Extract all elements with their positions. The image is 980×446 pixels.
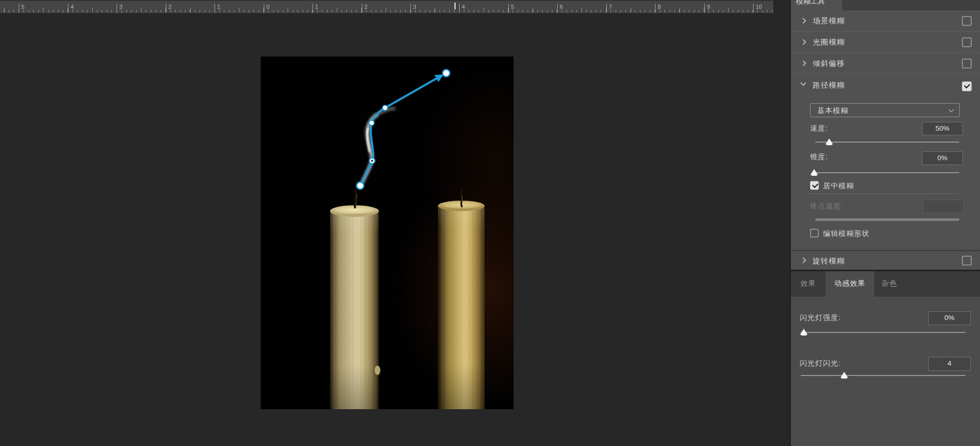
path-blur-end-point[interactable]	[443, 69, 450, 77]
ruler-label: 7	[606, 4, 612, 13]
blur-gallery-workspace: 5 4 3 2 1 0 1 2 3 4 5 6 7 8 9 10	[0, 0, 980, 446]
chevron-down-icon	[949, 107, 954, 113]
blur-preset-value: 基本模糊	[817, 106, 848, 116]
strobe-flashes-label: 闪光灯闪光:	[800, 359, 841, 368]
ruler-label: 6	[557, 4, 563, 13]
tab-blur-tools[interactable]: 模糊工具	[791, 0, 842, 10]
ruler-label: 3	[117, 4, 122, 13]
tab-effects[interactable]: 效果	[791, 271, 826, 297]
path-blur-checkbox[interactable]	[962, 81, 972, 91]
divider	[809, 193, 959, 194]
motion-effects-panel: 闪光灯强度: 0% 闪光灯闪光: 4	[791, 297, 980, 446]
row-field-blur[interactable]: 场景模糊	[791, 10, 980, 32]
edit-blur-shapes-label: 编辑模糊形状	[823, 229, 870, 239]
end-point-speed-label: 终点速度:	[810, 202, 844, 211]
path-blur-curve-point[interactable]	[369, 120, 374, 126]
ruler-label: 10	[753, 4, 762, 13]
chevron-right-icon[interactable]	[800, 60, 806, 66]
row-path-blur[interactable]: 路径模糊	[791, 74, 980, 95]
strobe-flashes-field[interactable]: 4	[928, 357, 971, 371]
edit-blur-shapes-checkbox[interactable]	[810, 229, 819, 238]
strobe-strength-field[interactable]: 0%	[928, 311, 971, 325]
ruler-label: 4	[459, 4, 465, 13]
tool-label: 光圈模糊	[813, 37, 845, 47]
strobe-strength-slider-track[interactable]	[801, 332, 965, 333]
path-blur-start-point[interactable]	[357, 182, 364, 189]
end-point-speed-slider-disabled	[815, 218, 959, 221]
taper-slider-track[interactable]	[815, 172, 959, 173]
ruler-label: 5	[508, 4, 514, 13]
ruler-label: 4	[68, 4, 74, 13]
ruler-label: 2	[166, 4, 172, 13]
tilt-shift-checkbox[interactable]	[962, 59, 972, 68]
blur-tools-panel: 模糊工具 场景模糊 光圈模糊 倾斜偏移 路径模糊 基本模糊	[790, 0, 980, 446]
iris-blur-checkbox[interactable]	[962, 37, 972, 47]
tool-label: 场景模糊	[813, 16, 845, 26]
tool-label: 旋转模糊	[813, 256, 845, 266]
document-canvas[interactable]: 5 4 3 2 1 0 1 2 3 4 5 6 7 8 9 10	[0, 0, 790, 446]
tab-noise[interactable]: 杂色	[874, 271, 904, 297]
ruler-label: 8	[655, 4, 661, 13]
path-blur-curve[interactable]	[360, 79, 436, 186]
ruler-label: 1	[215, 4, 220, 13]
end-point-speed-field	[923, 200, 964, 213]
centered-blur-checkbox[interactable]	[810, 181, 819, 190]
tab-motion-effects[interactable]: 动感效果	[826, 271, 874, 297]
photo-two-candles[interactable]	[261, 57, 514, 409]
speed-value-field[interactable]: 50%	[922, 122, 963, 135]
taper-label: 锥度:	[810, 152, 828, 162]
panel-title: 模糊工具	[796, 0, 825, 6]
spin-blur-checkbox[interactable]	[962, 256, 972, 266]
row-iris-blur[interactable]: 光圈模糊	[791, 32, 980, 53]
horizontal-ruler: 5 4 3 2 1 0 1 2 3 4 5 6 7 8 9 10	[0, 0, 773, 13]
chevron-down-icon[interactable]	[800, 80, 806, 86]
panel-tab-bar: 模糊工具	[791, 0, 980, 10]
ruler-label: 5	[19, 4, 24, 13]
strobe-flashes-slider-track[interactable]	[801, 375, 965, 376]
row-spin-blur[interactable]: 旋转模糊	[791, 251, 980, 270]
path-blur-curve-point[interactable]	[382, 105, 388, 110]
path-blur-overlay	[261, 57, 514, 409]
tool-label: 路径模糊	[813, 80, 845, 90]
ruler-position-indicator	[455, 3, 456, 9]
tool-label: 倾斜偏移	[813, 59, 845, 68]
taper-value-field[interactable]: 0%	[922, 151, 963, 165]
chevron-right-icon[interactable]	[800, 18, 806, 23]
strobe-strength-label: 闪光灯强度:	[800, 313, 841, 323]
ruler-label: 1	[313, 4, 318, 13]
centered-blur-label: 居中模糊	[823, 182, 854, 191]
blur-preset-dropdown[interactable]: 基本模糊	[810, 103, 960, 117]
row-tilt-shift[interactable]: 倾斜偏移	[791, 53, 980, 74]
effects-tab-bar: 效果 动感效果 杂色	[791, 270, 980, 297]
speed-label: 速度:	[810, 124, 828, 133]
path-blur-curve-point-hole	[371, 160, 373, 162]
ruler-label: 0	[264, 4, 269, 13]
ruler-label: 9	[704, 4, 710, 13]
ruler-label: 2	[362, 4, 367, 13]
chevron-right-icon[interactable]	[800, 257, 806, 263]
field-blur-checkbox[interactable]	[962, 16, 972, 26]
chevron-right-icon[interactable]	[800, 39, 806, 45]
ruler-label: 3	[410, 4, 416, 13]
speed-slider-track[interactable]	[815, 142, 959, 143]
